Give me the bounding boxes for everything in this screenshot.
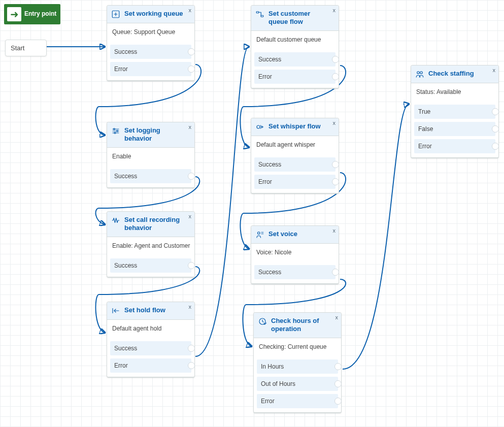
svg-point-9 bbox=[417, 72, 420, 74]
entry-point-badge: ➜ Entry point bbox=[4, 4, 60, 24]
voice-icon bbox=[255, 230, 264, 239]
whisper-icon bbox=[255, 122, 264, 132]
node-set-hold-flow[interactable]: Set hold flow x Default agent hold Succe… bbox=[107, 302, 195, 378]
port-dot[interactable] bbox=[334, 380, 342, 387]
node-desc: Default customer queue bbox=[251, 31, 339, 49]
node-title: Set customer queue flow bbox=[268, 10, 329, 26]
port-dot[interactable] bbox=[332, 56, 339, 63]
svg-point-10 bbox=[420, 72, 423, 74]
node-set-logging-behavior[interactable]: Set logging behavior x Enable Success bbox=[107, 122, 195, 188]
node-desc: Checking: Current queue bbox=[254, 338, 341, 356]
close-icon[interactable]: x bbox=[189, 304, 192, 310]
node-check-staffing[interactable]: Check staffing x Status: Available True … bbox=[411, 65, 499, 158]
port-error[interactable]: Error bbox=[414, 139, 495, 153]
clock-check-icon bbox=[258, 317, 267, 326]
port-dot[interactable] bbox=[332, 161, 339, 168]
node-desc: Voice: Nicole bbox=[251, 244, 339, 262]
svg-point-6 bbox=[257, 125, 260, 128]
port-in-hours[interactable]: In Hours bbox=[257, 359, 338, 374]
node-desc: Default agent whisper bbox=[251, 136, 339, 154]
node-check-hours-of-operation[interactable]: Check hours of operation x Checking: Cur… bbox=[253, 312, 342, 413]
node-desc: Enable bbox=[107, 148, 194, 166]
waveform-icon bbox=[111, 216, 120, 225]
port-dot[interactable] bbox=[332, 178, 339, 185]
port-success[interactable]: Success bbox=[254, 157, 335, 172]
port-success[interactable]: Success bbox=[254, 265, 335, 279]
port-dot[interactable] bbox=[492, 143, 499, 150]
port-dot[interactable] bbox=[332, 73, 339, 80]
close-icon[interactable]: x bbox=[189, 7, 192, 13]
queue-plus-icon bbox=[111, 10, 120, 19]
node-title: Set hold flow bbox=[124, 306, 165, 314]
port-dot[interactable] bbox=[188, 345, 195, 352]
node-title: Set voice bbox=[268, 230, 297, 238]
port-dot[interactable] bbox=[334, 398, 342, 405]
close-icon[interactable]: x bbox=[493, 67, 496, 73]
svg-rect-5 bbox=[261, 15, 263, 17]
node-set-working-queue[interactable]: Set working queue x Queue: Support Queue… bbox=[107, 5, 195, 81]
port-dot[interactable] bbox=[188, 362, 195, 369]
node-desc: Status: Available bbox=[411, 83, 498, 102]
port-true[interactable]: True bbox=[414, 105, 495, 119]
node-set-customer-queue-flow[interactable]: Set customer queue flow x Default custom… bbox=[251, 5, 339, 89]
flow-hold-icon bbox=[111, 306, 120, 315]
node-desc: Default agent hold bbox=[107, 320, 194, 338]
node-title: Set whisper flow bbox=[268, 122, 321, 130]
port-success[interactable]: Success bbox=[110, 169, 191, 183]
staffing-icon bbox=[415, 70, 424, 79]
close-icon[interactable]: x bbox=[333, 120, 336, 126]
port-dot[interactable] bbox=[188, 262, 195, 269]
port-dot[interactable] bbox=[334, 363, 342, 370]
node-title: Check staffing bbox=[428, 70, 474, 78]
port-error[interactable]: Error bbox=[254, 70, 335, 84]
svg-point-7 bbox=[258, 232, 260, 235]
sliders-icon bbox=[111, 126, 120, 136]
close-icon[interactable]: x bbox=[333, 227, 336, 234]
node-title: Check hours of operation bbox=[271, 317, 332, 334]
port-success[interactable]: Success bbox=[110, 341, 191, 355]
port-error[interactable]: Error bbox=[254, 175, 335, 189]
close-icon[interactable]: x bbox=[333, 7, 336, 13]
entry-arrow-icon: ➜ bbox=[7, 7, 21, 21]
node-desc: Queue: Support Queue bbox=[107, 23, 194, 42]
port-dot[interactable] bbox=[188, 173, 195, 180]
start-label: Start bbox=[11, 44, 24, 52]
node-title: Set logging behavior bbox=[124, 126, 185, 143]
svg-rect-4 bbox=[256, 12, 259, 13]
flow-icon bbox=[255, 10, 264, 19]
close-icon[interactable]: x bbox=[335, 314, 339, 320]
node-set-whisper-flow[interactable]: Set whisper flow x Default agent whisper… bbox=[251, 118, 339, 194]
port-success[interactable]: Success bbox=[110, 258, 191, 273]
port-dot[interactable] bbox=[188, 65, 195, 73]
port-dot[interactable] bbox=[492, 108, 499, 115]
port-error[interactable]: Error bbox=[110, 358, 191, 373]
port-error[interactable]: Error bbox=[110, 62, 191, 76]
node-set-call-recording-behavior[interactable]: Set call recording behavior x Enable: Ag… bbox=[107, 211, 195, 278]
start-block[interactable]: Start bbox=[5, 40, 47, 56]
close-icon[interactable]: x bbox=[189, 124, 192, 130]
node-title: Set call recording behavior bbox=[124, 216, 185, 233]
port-success[interactable]: Success bbox=[254, 52, 335, 67]
node-title: Set working queue bbox=[124, 10, 183, 18]
port-false[interactable]: False bbox=[414, 122, 495, 136]
port-success[interactable]: Success bbox=[110, 45, 191, 59]
port-error[interactable]: Error bbox=[257, 394, 338, 408]
node-set-voice[interactable]: Set voice x Voice: Nicole Success bbox=[251, 225, 339, 284]
port-dot[interactable] bbox=[332, 269, 339, 276]
close-icon[interactable]: x bbox=[189, 213, 192, 219]
node-desc: Enable: Agent and Customer bbox=[107, 237, 194, 255]
port-out-of-hours[interactable]: Out of Hours bbox=[257, 377, 338, 391]
port-dot[interactable] bbox=[188, 48, 195, 55]
entry-label: Entry point bbox=[24, 11, 56, 17]
port-dot[interactable] bbox=[492, 125, 499, 133]
